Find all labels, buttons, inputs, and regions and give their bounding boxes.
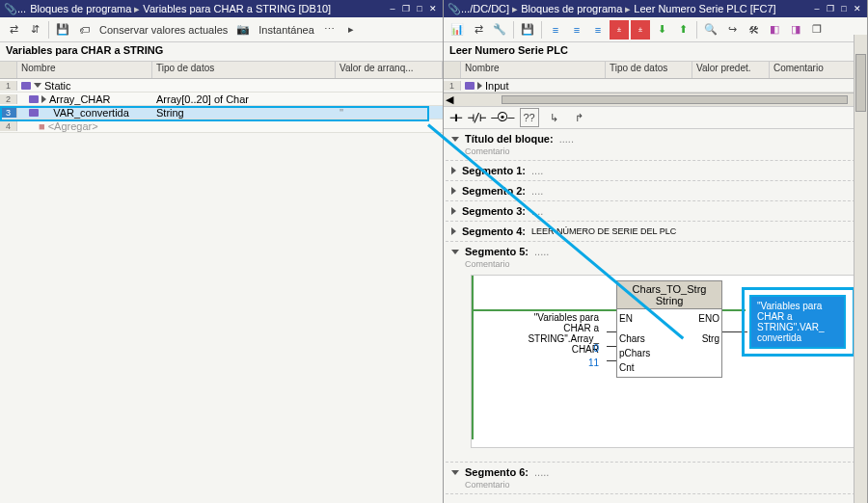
snapshot-button[interactable]: Conservar valores actuales	[95, 24, 231, 36]
right-subtitle: Leer Numero Serie PLC	[444, 42, 867, 62]
list-icon[interactable]: ≡	[546, 20, 565, 40]
tool-icon[interactable]: ⬇	[652, 20, 671, 40]
tool-icon[interactable]: 🛠	[744, 20, 763, 40]
max-button[interactable]: □	[414, 3, 425, 14]
chevron-down-icon[interactable]	[34, 83, 41, 88]
fb-title: Chars_TO_Strg String	[617, 281, 721, 309]
tool-icon[interactable]: ⬆	[673, 20, 692, 40]
segment-open[interactable]: Segmento 5:..... Comentario Chars_TO_Str…	[446, 242, 865, 463]
tool-icon[interactable]: ❐	[807, 20, 827, 40]
segment[interactable]: Segmento 4:LEER NÚMERO DE SERIE DEL PLC	[446, 222, 865, 242]
output-variable[interactable]: "Variables paraCHAR aSTRING".VAR_convert…	[749, 295, 846, 349]
col-val[interactable]: Valor de arranq...	[336, 62, 443, 78]
col-type[interactable]: Tipo de datos	[606, 62, 692, 78]
right-pane: 📎 .../DC/DC] ▸ Bloques de programa ▸ Lee…	[444, 0, 868, 503]
tag-icon[interactable]: 🏷	[74, 20, 94, 40]
chevron-right-icon[interactable]	[451, 187, 456, 195]
segment[interactable]: Segmento 2:....	[446, 181, 865, 201]
table-row[interactable]: 2 Array_CHAR Array[0..20] of Char	[0, 93, 443, 106]
max-button[interactable]: □	[838, 3, 850, 14]
tool-icon[interactable]: ⇵	[25, 20, 44, 40]
db-icon	[465, 82, 475, 90]
list-icon[interactable]: ≡	[567, 20, 586, 40]
coil-icon[interactable]: –⦿–	[491, 111, 513, 124]
input-literal[interactable]: 0	[493, 343, 599, 354]
tool-icon[interactable]: 🔧	[490, 20, 509, 40]
chevron-down-icon[interactable]	[451, 470, 459, 475]
left-titlebar: 📎 ... Bloques de programa ▸ Variables pa…	[0, 0, 443, 17]
tool-icon[interactable]: 💾	[518, 20, 537, 40]
v-scrollbar[interactable]	[854, 35, 867, 503]
sep-icon: ▸	[134, 3, 140, 15]
db-icon	[29, 95, 39, 103]
col-val[interactable]: Valor predet.	[692, 62, 770, 78]
box-icon[interactable]: ??	[520, 108, 539, 127]
crumb0[interactable]: .../DC/DC]	[461, 3, 509, 14]
chevron-right-icon[interactable]	[451, 227, 456, 235]
table-row[interactable]: 1 Input	[444, 79, 867, 93]
chevron-right-icon[interactable]	[451, 207, 456, 215]
list-icon[interactable]: ≡	[588, 20, 608, 40]
goto-icon[interactable]: ↪	[722, 20, 742, 40]
left-toolbar: ⇄ ⇵ 💾 🏷 Conservar valores actuales 📷 Ins…	[0, 17, 443, 42]
instant-button[interactable]: Instantánea	[255, 24, 318, 36]
pin-strg: Strg	[702, 333, 719, 344]
min-button[interactable]: –	[387, 3, 398, 14]
save-icon[interactable]: 💾	[53, 20, 72, 40]
chevron-right-icon[interactable]	[41, 95, 46, 103]
right-grid-header: Nombre Tipo de datos Valor predet. Comen…	[444, 62, 867, 79]
block-title[interactable]: Título del bloque:..... Comentario	[446, 129, 865, 161]
tool-icon[interactable]: ⋯	[320, 20, 339, 40]
col-com[interactable]: Comentario	[770, 62, 867, 78]
tool-icon[interactable]: ⇄	[4, 20, 23, 40]
tool-icon[interactable]: ⇄	[469, 20, 488, 40]
close-button[interactable]: ✕	[852, 3, 863, 14]
tool-icon[interactable]: ±	[631, 20, 650, 40]
table-row-add[interactable]: 4 ■ <Agregar>	[0, 119, 443, 133]
branch-icon[interactable]: ↱	[570, 108, 589, 127]
pin-cnt: Cnt	[619, 362, 635, 373]
tool-icon[interactable]: 🔍	[701, 20, 720, 40]
chevron-down-icon[interactable]	[451, 250, 459, 254]
crumb1[interactable]: Bloques de programa	[30, 3, 131, 14]
table-row[interactable]: 1 Static	[0, 79, 443, 93]
restore-button[interactable]: ❐	[825, 3, 836, 14]
left-grid-header: Nombre Tipo de datos Valor de arranq...	[0, 62, 443, 79]
col-name[interactable]: Nombre	[17, 62, 152, 78]
tool-icon[interactable]: 📊	[448, 20, 467, 40]
tool-icon[interactable]: ◧	[765, 20, 784, 40]
pin-en: EN	[619, 313, 633, 324]
close-button[interactable]: ✕	[427, 3, 439, 14]
camera-icon[interactable]: 📷	[233, 20, 253, 40]
scroll-thumb[interactable]	[855, 54, 866, 112]
crumb1[interactable]: Bloques de programa	[521, 3, 622, 14]
branch-icon[interactable]: ↳	[545, 108, 564, 127]
crumb2[interactable]: Variables para CHAR a STRING [DB10]	[143, 3, 331, 14]
fbd-canvas[interactable]: Chars_TO_Strg String EN ENO Chars pChars…	[471, 275, 855, 448]
segment[interactable]: Segmento 6:..... Comentario	[446, 463, 865, 494]
tool-icon[interactable]: ◨	[786, 20, 805, 40]
left-grid-body: 1 Static 2 Array_CHAR Array[0..20] of Ch…	[0, 79, 443, 133]
min-button[interactable]: –	[811, 3, 823, 14]
chevron-down-icon[interactable]	[451, 137, 459, 142]
crumb-dots: ...	[17, 3, 26, 14]
left-pane: 📎 ... Bloques de programa ▸ Variables pa…	[0, 0, 444, 503]
crumb2[interactable]: Leer Numero Serie PLC [FC7]	[634, 3, 775, 14]
segment[interactable]: Segmento 1:....	[446, 161, 865, 181]
contact-nc-icon[interactable]: ⊣/⊢	[467, 111, 485, 124]
col-type[interactable]: Tipo de datos	[152, 62, 336, 78]
db-icon	[21, 82, 31, 90]
function-block[interactable]: Chars_TO_Strg String EN ENO Chars pChars…	[616, 280, 722, 378]
segment[interactable]: Segmento 3:....	[446, 201, 865, 222]
restore-button[interactable]: ❐	[400, 3, 412, 14]
expand-icon[interactable]: ▸	[341, 20, 361, 40]
contact-no-icon[interactable]: ⊣⊢	[449, 111, 461, 124]
segment-list: Título del bloque:..... Comentario Segme…	[444, 129, 867, 503]
tool-icon[interactable]: ±	[610, 20, 629, 40]
h-scrollbar[interactable]: ◀▶	[444, 93, 867, 106]
chevron-right-icon[interactable]	[451, 167, 456, 174]
table-row-selected[interactable]: 3 VAR_convertida String ''	[0, 106, 443, 119]
col-name[interactable]: Nombre	[461, 62, 606, 78]
input-literal[interactable]: 11	[493, 357, 599, 368]
chevron-right-icon[interactable]	[477, 82, 482, 90]
